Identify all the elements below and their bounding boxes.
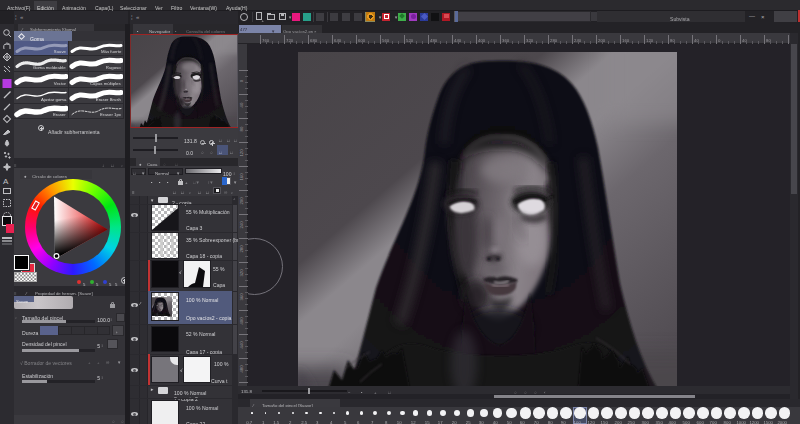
svg-text:A: A [3, 177, 9, 186]
